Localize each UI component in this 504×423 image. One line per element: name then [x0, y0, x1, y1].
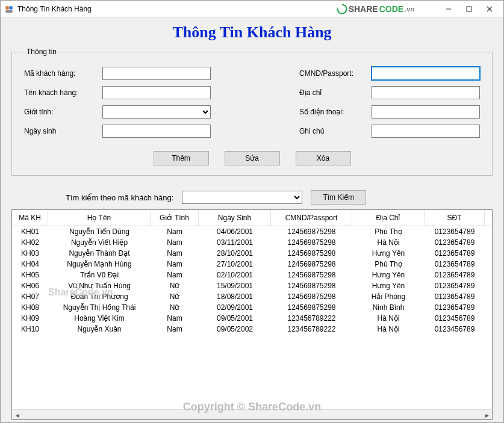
- cell-ns: 27/10/2001: [199, 259, 271, 270]
- cell-sdt: 0123654789: [425, 280, 485, 291]
- info-legend: Thông tin: [24, 48, 59, 56]
- col-ngay-sinh[interactable]: Ngày Sinh: [199, 210, 271, 226]
- label-ten-kh: Tên khách hàng:: [24, 88, 102, 97]
- table-row[interactable]: KH10Nguyễn XuânNam09/05/2002123456789222…: [12, 324, 492, 335]
- cell-cmnd: 124569875298: [271, 280, 352, 291]
- cell-dc: Hà Nội: [352, 237, 425, 248]
- cell-ten: Nguyễn Viết Hiệp: [48, 237, 151, 248]
- cell-ns: 28/10/2001: [199, 248, 271, 259]
- add-button[interactable]: Thêm: [154, 151, 209, 165]
- search-select[interactable]: [182, 191, 302, 204]
- cell-sdt: 0123654789: [425, 226, 485, 237]
- data-grid[interactable]: Mã KH Họ Tên Giới Tính Ngày Sinh CMND/Pa…: [11, 209, 493, 420]
- cell-sdt: 0123654789: [425, 248, 485, 259]
- col-sdt[interactable]: SĐT: [425, 210, 485, 226]
- cell-gt: Nam: [151, 270, 199, 280]
- svg-rect-2: [5, 10, 13, 13]
- search-label: Tìm kiếm theo mã khách hàng:: [66, 193, 173, 202]
- cell-gt: Nam: [151, 237, 199, 248]
- table-row[interactable]: KH08Nguyễn Thị Hồng TháiNữ02/09/20011245…: [12, 302, 492, 313]
- cell-cmnd: 123456789222: [271, 324, 352, 335]
- cell-ma: KH10: [12, 324, 48, 335]
- cell-gt: Nam: [151, 226, 199, 237]
- table-row[interactable]: KH04Nguyễn Mạnh HùngNam27/10/20011245698…: [12, 259, 492, 270]
- label-gioi-tinh: Giới tính:: [24, 108, 102, 116]
- edit-button[interactable]: Sửa: [225, 151, 280, 165]
- cell-sdt: 0123654789: [425, 291, 485, 302]
- client-area: Thông Tin Khách Hàng Thông tin Mã khách …: [1, 17, 503, 422]
- maximize-icon: [466, 6, 472, 12]
- maximize-button[interactable]: [459, 2, 479, 16]
- label-ghi-chu: Ghi chú: [299, 127, 372, 135]
- cell-dc: Hưng Yên: [352, 248, 425, 259]
- svg-point-0: [5, 6, 9, 10]
- minimize-button[interactable]: [438, 2, 459, 16]
- cell-ma: KH07: [12, 291, 48, 302]
- label-ma-kh: Mã khách hàng:: [24, 69, 102, 78]
- close-button[interactable]: [479, 2, 500, 16]
- svg-point-1: [9, 6, 13, 10]
- cell-ma: KH08: [12, 302, 48, 313]
- input-ten-kh[interactable]: [102, 86, 211, 99]
- brand-logo: SHARECODE.vn: [337, 4, 414, 14]
- col-cmnd[interactable]: CMND/Passport: [271, 210, 352, 226]
- table-row[interactable]: KH09Hoàng Việt KimNam09/05/2001123456789…: [12, 313, 492, 324]
- cell-cmnd: 124569875298: [271, 302, 352, 313]
- minimize-icon: [446, 6, 452, 12]
- window-title: Thông Tin Khách Hàng: [17, 5, 337, 13]
- cell-ma: KH03: [12, 248, 48, 259]
- cell-cmnd: 124569875298: [271, 248, 352, 259]
- search-button[interactable]: Tìm Kiếm: [311, 190, 366, 205]
- cell-gt: Nữ: [151, 302, 199, 313]
- cell-gt: Nam: [151, 313, 199, 324]
- cell-ns: 15/09/2001: [199, 280, 271, 291]
- horizontal-scrollbar[interactable]: ◂ ▸: [12, 409, 492, 419]
- app-icon: [4, 4, 14, 14]
- info-groupbox: Thông tin Mã khách hàng: CMND/Passport: …: [11, 48, 493, 176]
- input-ma-kh[interactable]: [102, 67, 211, 80]
- cell-ns: 03/11/2001: [199, 237, 271, 248]
- cell-gt: Nam: [151, 324, 199, 335]
- cell-ten: Trần Vũ Đại: [48, 270, 151, 280]
- cell-ns: 04/06/2001: [199, 226, 271, 237]
- cell-dc: Phú Thọ: [352, 259, 425, 270]
- label-ngay-sinh: Ngày sinh: [24, 127, 102, 135]
- cell-ns: 09/05/2001: [199, 313, 271, 324]
- cell-ten: Hoàng Việt Kim: [48, 313, 151, 324]
- table-row[interactable]: KH02Nguyễn Viết HiệpNam03/11/20011245698…: [12, 237, 492, 248]
- table-row[interactable]: KH06Vũ Như Tuấn HùngNữ15/09/200112456987…: [12, 280, 492, 291]
- scroll-left-icon[interactable]: ◂: [12, 410, 22, 420]
- table-row[interactable]: KH05Trần Vũ ĐạiNam02/10/2001124569875298…: [12, 270, 492, 280]
- table-row[interactable]: KH07Đoàn Thị PhươngNữ18/08/2001124569875…: [12, 291, 492, 302]
- cell-cmnd: 124569875298: [271, 226, 352, 237]
- col-gioi-tinh[interactable]: Giới Tính: [151, 210, 199, 226]
- table-row[interactable]: KH01Nguyễn Tiến DũngNam04/06/20011245698…: [12, 226, 492, 237]
- cell-ten: Vũ Như Tuấn Hùng: [48, 280, 151, 291]
- grid-body[interactable]: KH01Nguyễn Tiến DũngNam04/06/20011245698…: [12, 226, 492, 409]
- col-dia-chi[interactable]: Địa Chỉ: [352, 210, 425, 226]
- label-dia-chi: Địa chỉ: [299, 88, 372, 97]
- input-sdt[interactable]: [372, 105, 480, 119]
- brand-tail: .vn: [405, 5, 414, 13]
- cell-ns: 18/08/2001: [199, 291, 271, 302]
- scroll-right-icon[interactable]: ▸: [482, 410, 492, 420]
- cell-dc: Phú Thọ: [352, 226, 425, 237]
- table-row[interactable]: KH03Nguyễn Thành ĐạtNam28/10/20011245698…: [12, 248, 492, 259]
- input-dia-chi[interactable]: [372, 86, 480, 99]
- brand-main: SHARE: [349, 4, 378, 14]
- titlebar: Thông Tin Khách Hàng SHARECODE.vn: [1, 1, 503, 17]
- cell-dc: Hưng Yên: [352, 270, 425, 280]
- input-ghi-chu[interactable]: [372, 125, 480, 138]
- input-ngay-sinh[interactable]: [102, 125, 211, 138]
- cell-cmnd: 124569875298: [271, 270, 352, 280]
- cell-ten: Nguyễn Xuân: [48, 324, 151, 335]
- input-cmnd[interactable]: [372, 67, 480, 80]
- col-ma-kh[interactable]: Mã KH: [12, 210, 48, 226]
- button-row: Thêm Sửa Xóa: [24, 151, 480, 165]
- delete-button[interactable]: Xóa: [296, 151, 351, 165]
- cell-gt: Nam: [151, 248, 199, 259]
- cell-cmnd: 123456789222: [271, 313, 352, 324]
- col-ho-ten[interactable]: Họ Tên: [48, 210, 151, 226]
- cell-ma: KH09: [12, 313, 48, 324]
- select-gioi-tinh[interactable]: [102, 105, 211, 119]
